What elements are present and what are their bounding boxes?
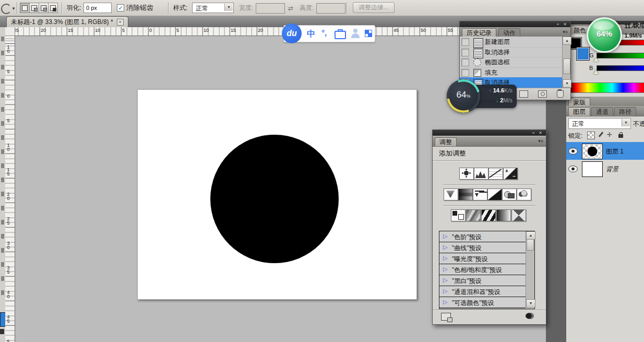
lock-transparency-icon[interactable] — [587, 132, 595, 139]
tab-masks[interactable]: 蒙版 — [568, 98, 590, 107]
presets-scrollbar[interactable]: ▲ ▼ — [526, 231, 534, 308]
adjustment-icon[interactable] — [488, 168, 503, 180]
net-monitor-ball-dark[interactable]: 64% — [447, 79, 480, 113]
ime-toolbox-icon[interactable] — [335, 31, 346, 39]
panel-collapse-close-icons[interactable]: « ✕ — [557, 22, 568, 27]
adjustment-icon[interactable] — [458, 188, 473, 201]
preset-group-row[interactable]: ▷ "通道混和器"预设 — [439, 286, 526, 297]
layer-row[interactable]: 背景 — [566, 160, 644, 178]
tab-channels[interactable]: 通道 — [591, 107, 613, 116]
swap-dimensions-icon[interactable]: ⇄ — [288, 5, 293, 12]
tab-history[interactable]: 历史记录 — [462, 28, 496, 37]
layer-thumbnail[interactable] — [582, 161, 603, 177]
expand-triangle-icon[interactable]: ▷ — [443, 233, 447, 240]
history-source-checkbox[interactable] — [461, 49, 469, 56]
history-state-row[interactable]: 填充 — [460, 67, 562, 78]
tab-layers[interactable]: 图层 — [568, 107, 590, 116]
tab-adjustments[interactable]: 调整 — [435, 137, 457, 146]
preset-group-row[interactable]: ▷ "色阶"预设 — [439, 231, 526, 242]
scroll-down-icon[interactable]: ▼ — [563, 79, 571, 88]
height-input[interactable] — [316, 3, 345, 14]
tab-paths[interactable]: 路径 — [614, 107, 636, 116]
vertical-ruler[interactable]: 10505101520253035404550 — [5, 36, 15, 342]
tool-preset-dropdown-icon[interactable]: ▼ — [11, 6, 16, 11]
ime-chinese-mode-icon[interactable]: 中 — [307, 26, 315, 42]
layer-visibility-eye-icon[interactable] — [568, 166, 578, 172]
adjustment-icon[interactable] — [496, 209, 511, 221]
preset-group-row[interactable]: ▷ "可选颜色"预设 — [439, 297, 526, 308]
background-color-swatch[interactable] — [576, 47, 590, 61]
lock-position-icon[interactable]: ✛ — [607, 132, 614, 138]
ime-punctuation-icon[interactable]: °, — [321, 26, 327, 42]
adjustment-icon[interactable] — [451, 209, 466, 221]
feather-input[interactable]: 0 px — [84, 3, 112, 13]
lock-all-icon[interactable] — [617, 132, 624, 138]
antialias-checkbox[interactable]: ✓ — [117, 4, 124, 11]
adjustment-icon[interactable] — [474, 168, 488, 180]
document-tab[interactable]: 未标题-1 @ 33.3% (图层 1, RGB/8) *× — [6, 16, 128, 28]
layer-visibility-eye-icon[interactable] — [568, 148, 578, 155]
history-state-row[interactable]: 椭圆选框 — [460, 57, 562, 68]
scrollbar-thumb[interactable] — [527, 239, 534, 251]
refine-edge-button[interactable]: 调整边缘... — [353, 2, 395, 13]
adjustment-icon[interactable] — [459, 168, 474, 180]
dropdown-arrow-icon[interactable]: ▼ — [622, 119, 630, 126]
ime-user-icon[interactable] — [351, 29, 360, 38]
scroll-down-icon[interactable]: ▼ — [526, 299, 535, 308]
adjustment-icon[interactable] — [503, 168, 518, 180]
panel-collapse-close-icons[interactable]: « ✕ — [532, 131, 544, 135]
adjustment-icon[interactable] — [487, 188, 502, 201]
style-dropdown[interactable]: 正常 ▼ — [192, 3, 234, 13]
net-monitor-ball-green[interactable]: 64% — [587, 17, 622, 53]
document-canvas[interactable] — [137, 89, 417, 300]
history-source-checkbox[interactable] — [461, 69, 469, 77]
scroll-up-icon[interactable]: ▲ — [526, 231, 535, 240]
color-spectrum-ramp[interactable] — [567, 82, 644, 93]
expand-triangle-icon[interactable]: ▷ — [443, 244, 447, 251]
preset-group-row[interactable]: ▷ "曝光度"预设 — [439, 253, 526, 264]
close-tab-icon[interactable]: × — [117, 19, 124, 26]
green-slider-handle[interactable] — [593, 57, 599, 62]
panel-menu-icon[interactable]: ▾≡ — [538, 138, 543, 144]
expand-triangle-icon[interactable]: ▷ — [443, 288, 447, 294]
adjustment-icon[interactable] — [473, 188, 487, 201]
history-source-checkbox[interactable] — [461, 58, 469, 66]
blue-slider-handle[interactable] — [593, 70, 599, 74]
history-source-checkbox[interactable] — [461, 38, 469, 46]
panel-menu-icon[interactable]: ▾≡ — [563, 29, 568, 34]
ellipse-tool-preset-icon[interactable] — [1, 4, 11, 14]
green-slider[interactable] — [597, 53, 644, 58]
layer-thumbnail[interactable] — [582, 144, 603, 159]
tab-actions[interactable]: 动作 — [498, 28, 520, 37]
preset-group-row[interactable]: ▷ "黑白"预设 — [439, 275, 526, 286]
layer-row[interactable]: 图层 1 — [566, 142, 644, 160]
scroll-up-icon[interactable]: ▲ — [563, 37, 571, 45]
history-state-row[interactable]: 新建图层 — [460, 37, 562, 48]
add-to-selection-button[interactable] — [29, 3, 39, 13]
ime-grid-menu-icon[interactable] — [365, 30, 372, 37]
adjustment-icon[interactable] — [444, 188, 458, 201]
blend-mode-dropdown[interactable]: 正常 ▼ — [568, 118, 631, 129]
new-snapshot-icon[interactable] — [538, 90, 547, 98]
preset-group-row[interactable]: ▷ "曲线"预设 — [439, 242, 526, 253]
history-state-row[interactable]: 取消选择 — [460, 47, 562, 58]
blue-slider[interactable] — [597, 65, 644, 71]
expand-triangle-icon[interactable]: ▷ — [443, 266, 447, 273]
adjustment-icon[interactable] — [466, 209, 481, 221]
lock-pixels-icon[interactable] — [598, 132, 604, 138]
expand-triangle-icon[interactable]: ▷ — [443, 277, 447, 284]
subtract-from-selection-button[interactable] — [39, 3, 49, 13]
preset-group-row[interactable]: ▷ "色相/饱和度"预设 — [439, 264, 526, 275]
clip-to-layer-icon[interactable] — [526, 313, 534, 319]
expand-triangle-icon[interactable]: ▷ — [443, 299, 447, 305]
adjustment-icon[interactable] — [511, 209, 526, 221]
adjustment-icon[interactable] — [481, 209, 496, 221]
dropdown-arrow-icon[interactable]: ▼ — [224, 4, 233, 11]
width-input[interactable] — [256, 3, 285, 14]
adjustment-icon[interactable] — [517, 188, 531, 201]
new-document-from-state-icon[interactable] — [519, 90, 528, 98]
ime-logo-icon[interactable]: du — [282, 23, 302, 43]
history-scrollbar[interactable]: ▲ ▼ — [562, 37, 570, 88]
scrollbar-thumb[interactable] — [563, 58, 570, 74]
expand-triangle-icon[interactable]: ▷ — [443, 255, 447, 262]
